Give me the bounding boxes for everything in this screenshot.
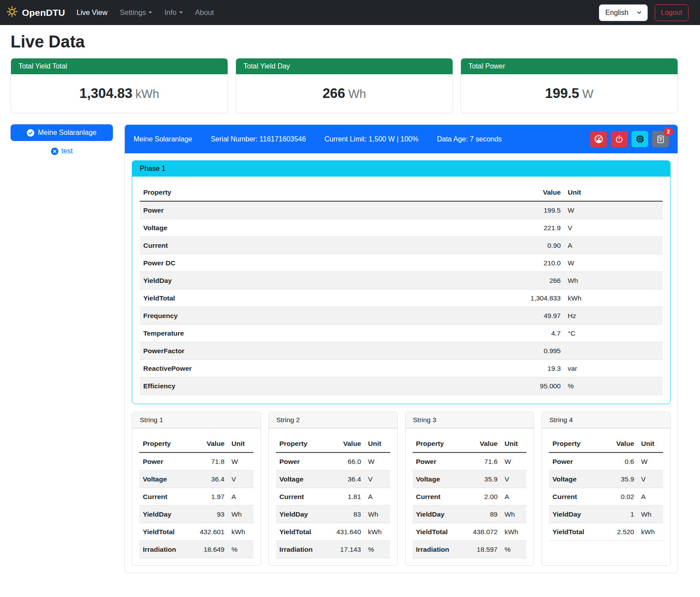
property-cell: ReactivePower (140, 360, 393, 377)
chevron-down-icon (149, 11, 152, 14)
value-cell: 0.90 (393, 237, 564, 254)
table-row: Temperature4.7°C (140, 325, 663, 342)
table-row: Voltage221.9V (140, 219, 663, 237)
table-row: ReactivePower19.3var (140, 360, 663, 377)
nav-info-label: Info (164, 8, 177, 17)
property-cell: Irradiation (413, 541, 462, 558)
nav-about[interactable]: About (195, 8, 214, 17)
unit-cell: % (365, 541, 390, 558)
property-cell: Voltage (276, 470, 326, 488)
table-row: Voltage35.9V (413, 470, 527, 488)
unit-cell: Hz (564, 307, 663, 325)
inverter-item-test[interactable]: test (11, 147, 113, 155)
unit-cell: W (228, 452, 254, 470)
table-row: Voltage35.9V (549, 470, 663, 488)
table-row: Irradiation17.143% (276, 541, 390, 558)
string-2-title: String 2 (269, 412, 397, 428)
nav-live-view[interactable]: Live View (76, 8, 107, 17)
summary-cards: Total Yield Total 1,304.83kWh Total Yiel… (11, 58, 678, 113)
inverter-name: Meine Solaranlage (134, 135, 192, 143)
device-info-button[interactable] (631, 131, 648, 147)
nav-info[interactable]: Info (164, 8, 183, 17)
property-cell: Power (139, 452, 189, 470)
unit-cell: kWh (638, 523, 663, 541)
value-cell: 89 (462, 506, 501, 523)
property-column-header: Property (413, 435, 462, 452)
table-row: YieldTotal432.601kWh (139, 523, 254, 541)
value-cell: 2.520 (603, 523, 638, 541)
inverter-sidebar: Meine Solaranlage test (11, 124, 113, 155)
property-cell: Voltage (413, 470, 462, 488)
unit-cell: V (228, 470, 254, 488)
property-cell: Current (140, 237, 393, 254)
property-cell: Current (413, 488, 462, 506)
property-cell: Frequency (140, 307, 393, 325)
unit-cell: % (228, 541, 254, 558)
property-cell: YieldTotal (276, 523, 326, 541)
unit-cell (564, 342, 663, 360)
table-row: YieldDay89Wh (413, 506, 527, 523)
property-cell: Power (276, 452, 326, 470)
value-cell: 83 (326, 506, 365, 523)
table-header-row: Property Value Unit (139, 435, 254, 452)
table-row: YieldDay266Wh (140, 272, 663, 289)
value-cell: 71.6 (462, 452, 501, 470)
unit-cell: W (638, 452, 663, 470)
phase-1-body: Property Value Unit Power199.5WVoltage22… (132, 177, 670, 404)
logout-button[interactable]: Logout (655, 4, 689, 21)
language-select[interactable]: English (599, 4, 648, 21)
table-header-row: Property Value Unit (140, 184, 663, 201)
journal-text-icon (656, 135, 665, 144)
property-cell: Power (413, 452, 462, 470)
string-1-card: String 1 Property Value Unit (132, 412, 261, 566)
value-cell: 432.601 (189, 523, 228, 541)
value-cell: 1 (603, 506, 638, 523)
table-row: Power0.6W (549, 452, 663, 470)
unit-cell: W (564, 254, 663, 272)
total-yield-day-card: Total Yield Day 266Wh (236, 58, 453, 113)
table-row: YieldTotal438.072kWh (413, 523, 527, 541)
unit-column-header: Unit (501, 435, 526, 452)
other-inverter-label: test (62, 147, 73, 155)
unit-cell: kWh (501, 523, 526, 541)
unit-cell: V (365, 470, 390, 488)
unit-cell: Wh (365, 506, 390, 523)
table-header-row: Property Value Unit (549, 435, 663, 452)
power-button[interactable] (611, 131, 627, 147)
inverter-card-header: Meine Solaranlage Serial Number: 1161716… (125, 125, 678, 153)
value-cell: 36.4 (326, 470, 365, 488)
value-cell: 49.97 (393, 307, 564, 325)
sun-logo-icon (6, 6, 18, 19)
table-row: Power199.5W (140, 201, 663, 219)
property-cell: Current (139, 488, 189, 506)
table-row: Current1.97A (139, 488, 254, 506)
limit-settings-button[interactable] (590, 131, 607, 147)
table-header-row: Property Value Unit (413, 435, 527, 452)
property-cell: Voltage (140, 219, 393, 237)
inverter-serial: Serial Number: 116171603546 (210, 135, 306, 143)
unit-cell: Wh (638, 506, 663, 523)
value-cell: 2.00 (462, 488, 501, 506)
table-row: PowerFactor0.995 (140, 342, 663, 360)
event-log-button[interactable]: 2 (652, 131, 669, 147)
table-row: Frequency49.97Hz (140, 307, 663, 325)
string-3-table: Property Value Unit Power71.6WVoltage35.… (413, 435, 527, 558)
speedometer-icon (594, 134, 603, 144)
total-yield-day-value: 266 (323, 86, 345, 101)
property-cell: Current (276, 488, 326, 506)
value-cell: 19.3 (393, 360, 564, 377)
string-3-card: String 3 Property Value Unit (405, 412, 534, 566)
value-cell: 1.81 (326, 488, 365, 506)
value-cell: 0.6 (603, 452, 638, 470)
brand[interactable]: OpenDTU (6, 6, 65, 19)
nav-settings[interactable]: Settings (120, 8, 152, 17)
property-cell: Power DC (140, 254, 393, 272)
value-cell: 0.02 (603, 488, 638, 506)
unit-cell: W (365, 452, 390, 470)
table-row: Voltage36.4V (276, 470, 390, 488)
table-header-row: Property Value Unit (276, 435, 390, 452)
table-row: Current1.81A (276, 488, 390, 506)
inverter-select-button[interactable]: Meine Solaranlage (11, 124, 113, 141)
inverter-limit: Current Limit: 1,500 W | 100% (324, 135, 418, 143)
table-row: Efficiency95.000% (140, 377, 663, 395)
